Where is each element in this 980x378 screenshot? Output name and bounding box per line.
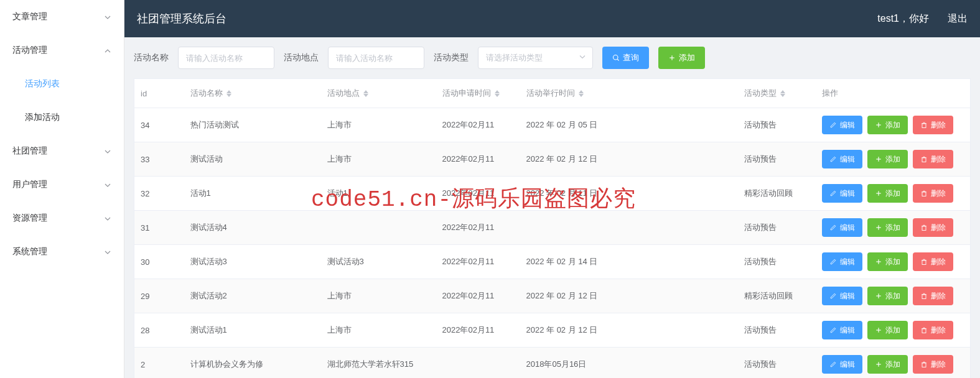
cell-name: 活动1 <box>184 177 321 211</box>
sidebar-item-label: 系统管理 <box>12 246 47 257</box>
sidebar-item[interactable]: 资源管理 <box>0 201 124 235</box>
user-greeting[interactable]: test1，你好 <box>877 12 929 25</box>
cell-location: 活动1 <box>321 177 436 211</box>
topbar: 社团管理系统后台 test1，你好 退出 <box>124 0 980 37</box>
delete-button[interactable]: 删除 <box>913 184 953 203</box>
add-button[interactable]: 添加 <box>867 321 908 339</box>
edit-button[interactable]: 编辑 <box>822 150 862 168</box>
cell-hold_time: 2022 年 02 月 14 日 <box>520 245 738 279</box>
svg-rect-21 <box>922 226 926 231</box>
sidebar-item[interactable]: 用户管理 <box>0 168 124 201</box>
cell-action: 编辑添加删除 <box>816 108 971 142</box>
chevron-down-icon <box>104 13 111 21</box>
chevron-up-icon <box>104 47 111 54</box>
trash-icon <box>920 155 928 163</box>
cell-action: 编辑添加删除 <box>816 142 971 177</box>
add-button[interactable]: 添加 <box>867 252 908 271</box>
trash-icon <box>920 121 928 129</box>
cell-location <box>321 211 436 245</box>
cell-action: 编辑添加删除 <box>816 279 971 313</box>
delete-button[interactable]: 删除 <box>913 321 953 339</box>
cell-name: 测试活动 <box>184 142 321 177</box>
delete-button[interactable]: 删除 <box>913 116 953 134</box>
cell-apply_time: 2022年02月11 <box>436 108 520 142</box>
svg-rect-26 <box>922 260 926 265</box>
cell-apply_time: 2022年02月11 <box>436 245 520 279</box>
plus-icon <box>875 361 882 368</box>
add-button[interactable]: 添加 <box>867 184 908 203</box>
edit-icon <box>829 292 837 300</box>
plus-icon <box>875 121 882 129</box>
filter-location-input[interactable] <box>328 47 424 69</box>
th-name[interactable]: 活动名称 <box>184 79 321 108</box>
svg-rect-36 <box>922 329 926 333</box>
plus-icon <box>875 326 882 334</box>
edit-button[interactable]: 编辑 <box>822 321 862 339</box>
table-row: 29测试活动2上海市2022年02月112022 年 02 月 12 日精彩活动… <box>134 279 971 313</box>
cell-apply_time: 2022年02月11 <box>436 313 520 348</box>
th-apply-time[interactable]: 活动申请时间 <box>436 79 520 108</box>
edit-button[interactable]: 编辑 <box>822 218 862 237</box>
app-title: 社团管理系统后台 <box>137 11 226 26</box>
delete-button[interactable]: 删除 <box>913 287 953 305</box>
sidebar-item[interactable]: 活动管理 <box>0 34 124 67</box>
plus-icon <box>875 190 882 197</box>
add-button[interactable]: 添加 <box>867 287 908 305</box>
edit-button[interactable]: 编辑 <box>822 252 862 271</box>
delete-button[interactable]: 删除 <box>913 355 953 374</box>
cell-name: 测试活动1 <box>184 313 321 348</box>
cell-id: 28 <box>134 313 184 348</box>
cell-type: 精彩活动回顾 <box>738 177 816 211</box>
trash-icon <box>920 361 928 368</box>
logout-link[interactable]: 退出 <box>948 12 968 25</box>
svg-rect-41 <box>922 363 926 367</box>
filter-bar: 活动名称 活动地点 活动类型 请选择活动类型 查询 添加 <box>134 47 971 69</box>
cell-hold_time: 2022 年 02 月 12 日 <box>520 313 738 348</box>
sidebar-item-label: 社团管理 <box>12 145 47 157</box>
th-hold-time[interactable]: 活动举行时间 <box>520 79 738 108</box>
cell-apply_time <box>436 348 520 379</box>
cell-id: 32 <box>134 177 184 211</box>
sidebar-subitem[interactable]: 添加活动 <box>0 101 124 134</box>
svg-line-1 <box>617 59 618 60</box>
cell-type: 活动预告 <box>738 142 816 177</box>
edit-button[interactable]: 编辑 <box>822 355 862 374</box>
sidebar-item[interactable]: 社团管理 <box>0 134 124 168</box>
sort-icon <box>495 90 500 97</box>
cell-type: 活动预告 <box>738 245 816 279</box>
chevron-down-icon <box>579 53 586 63</box>
edit-button[interactable]: 编辑 <box>822 287 862 305</box>
cell-type: 活动预告 <box>738 348 816 379</box>
sidebar-item[interactable]: 文章管理 <box>0 0 124 34</box>
filter-name-input[interactable] <box>178 47 274 69</box>
svg-rect-11 <box>922 158 926 162</box>
cell-hold_time: 2018年05月16日 <box>520 348 738 379</box>
add-button[interactable]: 添加 <box>658 47 705 69</box>
chevron-down-icon <box>104 214 111 222</box>
edit-button[interactable]: 编辑 <box>822 116 862 134</box>
delete-button[interactable]: 删除 <box>913 150 953 168</box>
add-button[interactable]: 添加 <box>867 218 908 237</box>
cell-type: 活动预告 <box>738 108 816 142</box>
delete-button[interactable]: 删除 <box>913 218 953 237</box>
add-button[interactable]: 添加 <box>867 116 908 134</box>
sidebar-item[interactable]: 系统管理 <box>0 235 124 269</box>
delete-button[interactable]: 删除 <box>913 252 953 271</box>
svg-rect-31 <box>922 295 926 299</box>
sidebar-subitem[interactable]: 活动列表 <box>0 67 124 101</box>
th-location[interactable]: 活动地点 <box>321 79 436 108</box>
plus-icon <box>875 292 882 300</box>
edit-button[interactable]: 编辑 <box>822 184 862 203</box>
search-button[interactable]: 查询 <box>602 47 649 69</box>
cell-hold_time: 2022 年 02 月 12 日 <box>520 142 738 177</box>
table-row: 31测试活动42022年02月11活动预告编辑添加删除 <box>134 211 971 245</box>
filter-type-select[interactable]: 请选择活动类型 <box>478 47 593 69</box>
th-id[interactable]: id <box>134 79 184 108</box>
sort-icon <box>780 90 785 97</box>
add-button[interactable]: 添加 <box>867 355 908 374</box>
trash-icon <box>920 224 928 231</box>
th-type[interactable]: 活动类型 <box>738 79 816 108</box>
add-button[interactable]: 添加 <box>867 150 908 168</box>
sidebar-item-label: 用户管理 <box>12 179 47 190</box>
edit-icon <box>829 155 837 163</box>
